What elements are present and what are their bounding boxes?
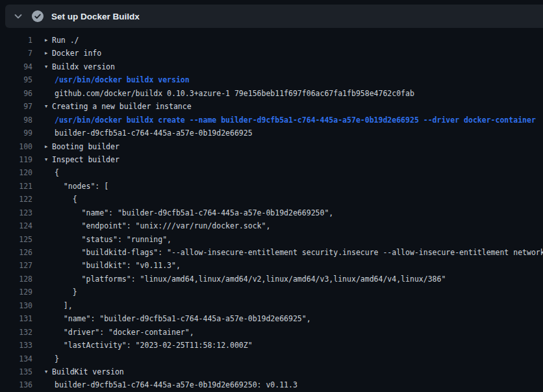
log-lines: 1 ▶ Run ./ 7 ▶ Docker info 94 ▼ Buildx v… [0, 34, 543, 392]
gutter-spacer [32, 233, 52, 246]
chevron-down-icon[interactable]: ▼ [32, 60, 52, 73]
gutter-spacer [32, 73, 52, 86]
log-text: "status": "running", [52, 233, 171, 246]
gutter-spacer [32, 206, 52, 219]
log-text: "buildkitd-flags": "--allow-insecure-ent… [52, 246, 543, 259]
log-text: Inspect builder [52, 153, 120, 166]
gutter-spacer [32, 299, 52, 312]
log-text: ], [52, 299, 73, 312]
log-text: github.com/docker/buildx 0.10.3+azure-1 … [52, 87, 414, 100]
log-text: /usr/bin/docker buildx version [52, 73, 190, 86]
gutter-spacer [32, 273, 52, 286]
log-line-output: 123 "name": "builder-d9cfb5a1-c764-445a-… [0, 206, 543, 219]
log-group-header[interactable]: 135 ▼ BuildKit version [0, 365, 543, 378]
log-text: builder-d9cfb5a1-c764-445a-a57e-0b19d2e6… [52, 378, 297, 391]
chevron-down-icon[interactable]: ▼ [32, 365, 52, 378]
log-text: BuildKit version [52, 365, 124, 378]
log-text: Booting builder [52, 140, 120, 153]
gutter-spacer [32, 378, 52, 391]
line-number-link[interactable]: 100 [0, 140, 32, 153]
log-text: "name": "builder-d9cfb5a1-c764-445a-a57e… [52, 206, 333, 219]
gutter-spacer [32, 114, 52, 127]
log-text: "name": "builder-d9cfb5a1-c764-445a-a57e… [52, 312, 311, 325]
log-text: Buildx version [52, 60, 115, 73]
line-number-link[interactable]: 130 [0, 299, 32, 312]
log-text: /usr/bin/docker buildx create --name bui… [52, 114, 536, 127]
line-number-link[interactable]: 1 [0, 34, 32, 47]
log-line-output: 126 "buildkitd-flags": "--allow-insecure… [0, 246, 543, 259]
log-group-header[interactable]: 97 ▼ Creating a new builder instance [0, 100, 543, 113]
line-number-link[interactable]: 94 [0, 60, 32, 73]
log-line-output: 120 { [0, 166, 543, 179]
line-number-link[interactable]: 127 [0, 259, 32, 272]
gutter-spacer [32, 246, 52, 259]
log-line-output: 132 "driver": "docker-container", [0, 326, 543, 339]
log-line-output: 127 "buildkit": "v0.11.3", [0, 259, 543, 272]
chevron-right-icon[interactable]: ▶ [32, 47, 52, 60]
line-number-link[interactable]: 98 [0, 114, 32, 127]
gutter-spacer [32, 180, 52, 193]
chevron-down-icon[interactable]: ▼ [32, 153, 52, 166]
log-line-output: 99 builder-d9cfb5a1-c764-445a-a57e-0b19d… [0, 127, 543, 140]
log-text: } [52, 286, 77, 299]
step-title: Set up Docker Buildx [51, 12, 140, 21]
line-number-link[interactable]: 126 [0, 246, 32, 259]
gutter-spacer [32, 339, 52, 352]
log-text: } [52, 352, 59, 365]
log-text: { [52, 193, 77, 206]
line-number-link[interactable]: 96 [0, 87, 32, 100]
line-number-link[interactable]: 128 [0, 273, 32, 286]
log-line-output: 121 "nodes": [ [0, 180, 543, 193]
log-text: "lastActivity": "2023-02-25T11:58:12.000… [52, 339, 253, 352]
log-text: "driver": "docker-container", [52, 326, 194, 339]
line-number-link[interactable]: 97 [0, 100, 32, 113]
line-number-link[interactable]: 99 [0, 127, 32, 140]
line-number-link[interactable]: 122 [0, 193, 32, 206]
log-group-header[interactable]: 119 ▼ Inspect builder [0, 153, 543, 166]
log-line-output: 125 "status": "running", [0, 233, 543, 246]
line-number-link[interactable]: 132 [0, 326, 32, 339]
log-group-header[interactable]: 94 ▼ Buildx version [0, 60, 543, 73]
log-text: "platforms": "linux/amd64,linux/amd64/v2… [52, 273, 446, 286]
log-text: Docker info [52, 47, 101, 60]
line-number-link[interactable]: 125 [0, 233, 32, 246]
line-number-link[interactable]: 135 [0, 365, 32, 378]
log-text: "buildkit": "v0.11.3", [52, 259, 181, 272]
gutter-spacer [32, 193, 52, 206]
log-text: "endpoint": "unix:///var/run/docker.sock… [52, 219, 270, 232]
line-number-link[interactable]: 131 [0, 312, 32, 325]
line-number-link[interactable]: 129 [0, 286, 32, 299]
gutter-spacer [32, 259, 52, 272]
log-line-output: 124 "endpoint": "unix:///var/run/docker.… [0, 219, 543, 232]
log-line-output: 128 "platforms": "linux/amd64,linux/amd6… [0, 273, 543, 286]
gutter-spacer [32, 352, 52, 365]
log-group-header[interactable]: 7 ▶ Docker info [0, 47, 543, 60]
log-line-output: 133 "lastActivity": "2023-02-25T11:58:12… [0, 339, 543, 352]
log-group-header[interactable]: 100 ▶ Booting builder [0, 140, 543, 153]
line-number-link[interactable]: 119 [0, 153, 32, 166]
step-header[interactable]: Set up Docker Buildx [5, 5, 543, 28]
log-line-output: 136 builder-d9cfb5a1-c764-445a-a57e-0b19… [0, 378, 543, 391]
line-number-link[interactable]: 133 [0, 339, 32, 352]
gutter-spacer [32, 166, 52, 179]
chevron-down-icon[interactable]: ▼ [32, 100, 52, 113]
line-number-link[interactable]: 95 [0, 73, 32, 86]
log-text: { [52, 166, 59, 179]
log-group-header[interactable]: 1 ▶ Run ./ [0, 34, 543, 47]
line-number-link[interactable]: 124 [0, 219, 32, 232]
gutter-spacer [32, 312, 52, 325]
gutter-spacer [32, 127, 52, 140]
chevron-right-icon[interactable]: ▶ [32, 140, 52, 153]
chevron-down-icon[interactable] [13, 11, 23, 21]
line-number-link[interactable]: 136 [0, 378, 32, 391]
log-text: Run ./ [52, 34, 79, 47]
line-number-link[interactable]: 121 [0, 180, 32, 193]
log-line-output: 130 ], [0, 299, 543, 312]
line-number-link[interactable]: 120 [0, 166, 32, 179]
line-number-link[interactable]: 123 [0, 206, 32, 219]
line-number-link[interactable]: 134 [0, 352, 32, 365]
gutter-spacer [32, 286, 52, 299]
log-line-command: 95 /usr/bin/docker buildx version [0, 73, 543, 86]
chevron-right-icon[interactable]: ▶ [32, 34, 52, 47]
line-number-link[interactable]: 7 [0, 47, 32, 60]
